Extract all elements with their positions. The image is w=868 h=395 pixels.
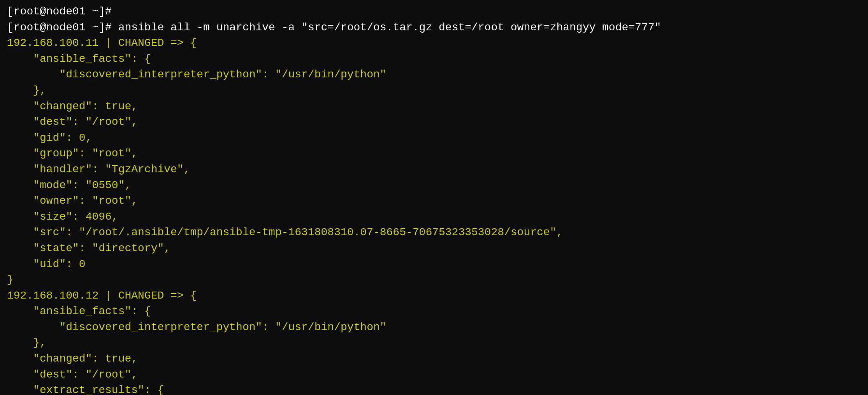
host1-close-brace: }: [7, 272, 861, 288]
host2-dest: "dest": "/root",: [7, 367, 861, 383]
host1-mode: "mode": "0550",: [7, 178, 861, 194]
host2-facts-close: },: [7, 335, 861, 351]
command-line: [root@node01 ~]# ansible all -m unarchiv…: [7, 20, 861, 36]
host1-changed: "changed": true,: [7, 99, 861, 115]
host1-gid: "gid": 0,: [7, 130, 861, 146]
host1-header: 192.168.100.11 | CHANGED => {: [7, 35, 861, 51]
host2-facts-open: "ansible_facts": {: [7, 304, 861, 320]
host1-uid: "uid": 0: [7, 257, 861, 273]
host2-header: 192.168.100.12 | CHANGED => {: [7, 288, 861, 304]
host1-src: "src": "/root/.ansible/tmp/ansible-tmp-1…: [7, 225, 861, 241]
prev-line: [root@node01 ~]#: [7, 4, 861, 20]
host1-dest: "dest": "/root",: [7, 114, 861, 130]
host1-facts-open: "ansible_facts": {: [7, 51, 861, 67]
host1-owner: "owner": "root",: [7, 193, 861, 209]
host1-facts-close: },: [7, 83, 861, 99]
host2-extract-open: "extract_results": {: [7, 383, 861, 395]
terminal: [root@node01 ~]# [root@node01 ~]# ansibl…: [7, 4, 861, 395]
host2-changed: "changed": true,: [7, 351, 861, 367]
host1-discovered: "discovered_interpreter_python": "/usr/b…: [7, 67, 861, 83]
host2-discovered: "discovered_interpreter_python": "/usr/b…: [7, 320, 861, 336]
host1-group: "group": "root",: [7, 146, 861, 162]
host1-state: "state": "directory",: [7, 241, 861, 257]
host1-handler: "handler": "TgzArchive",: [7, 162, 861, 178]
host1-size: "size": 4096,: [7, 209, 861, 225]
